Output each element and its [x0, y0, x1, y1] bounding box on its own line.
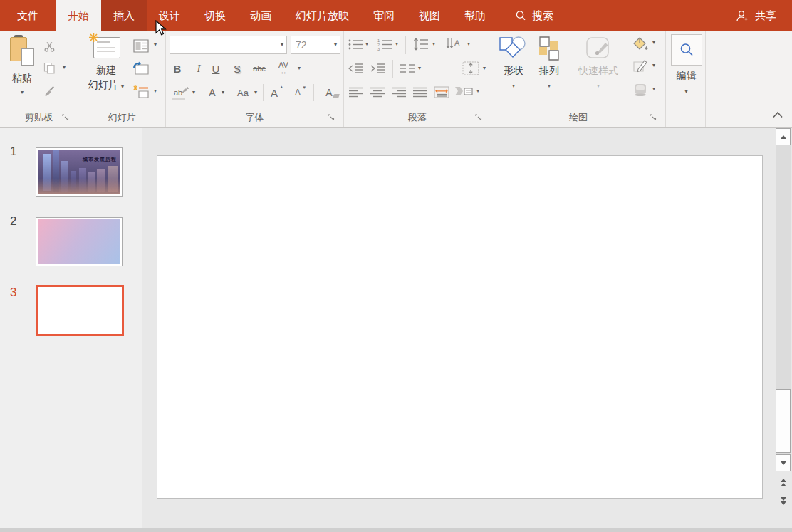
italic-icon: I	[197, 63, 201, 75]
increase-indent-button[interactable]	[369, 60, 387, 77]
tab-home[interactable]: 开始	[56, 0, 101, 31]
clipboard-dialog-launcher[interactable]	[62, 114, 71, 122]
font-size-combobox[interactable]: ▾	[291, 36, 340, 54]
new-slide-dropdown-arrow[interactable]: ▾	[121, 83, 124, 90]
align-right-icon	[392, 87, 407, 98]
reset-slide-button[interactable]	[130, 60, 152, 77]
shape-effects-dropdown-arrow[interactable]: ▾	[652, 86, 655, 92]
collapse-ribbon-button[interactable]	[772, 111, 785, 120]
shape-fill-dropdown-arrow[interactable]: ▾	[652, 40, 655, 46]
scroll-down-button[interactable]	[776, 454, 791, 471]
font-name-combobox[interactable]: ▾	[170, 36, 287, 54]
new-slide-button[interactable]: 新建 幻灯片 ▾	[84, 34, 128, 92]
line-spacing-dropdown-arrow[interactable]: ▾	[432, 41, 435, 47]
current-slide-canvas[interactable]	[157, 155, 763, 499]
font-size-input[interactable]	[291, 36, 334, 53]
layout-button[interactable]	[130, 37, 152, 54]
tab-transitions[interactable]: 切换	[192, 0, 238, 31]
line-spacing-button[interactable]	[412, 36, 430, 53]
distribute-text-button[interactable]	[432, 83, 451, 100]
text-highlight-button[interactable]: ab	[169, 84, 187, 101]
group-paragraph: ▾ 123 ▾ ▾ A ▾ ▾ ▾	[344, 31, 491, 127]
character-spacing-button[interactable]: AV	[273, 60, 294, 77]
edit-dropdown-arrow[interactable]: ▾	[684, 89, 687, 95]
clear-formatting-button[interactable]: A	[320, 84, 338, 101]
scissors-icon	[43, 41, 56, 53]
shape-fill-button[interactable]	[631, 35, 650, 52]
tab-view[interactable]: 视图	[407, 0, 452, 31]
underline-button[interactable]: U	[207, 60, 225, 77]
font-color-button[interactable]: A	[203, 84, 222, 101]
tab-animations[interactable]: 动画	[238, 0, 283, 31]
tab-file[interactable]: 文件	[0, 0, 56, 31]
font-color-dropdown-arrow[interactable]: ▾	[222, 90, 224, 95]
character-spacing-dropdown-arrow[interactable]: ▾	[298, 66, 301, 71]
change-case-dropdown-arrow[interactable]: ▾	[254, 90, 257, 95]
section-dropdown-arrow[interactable]: ▾	[154, 88, 157, 94]
numbering-button[interactable]: 123	[375, 36, 394, 53]
search-control[interactable]: 搜索	[515, 0, 553, 31]
text-direction-dropdown-arrow[interactable]: ▾	[467, 41, 470, 47]
tab-insert[interactable]: 插入	[101, 0, 147, 31]
bullets-button[interactable]	[346, 36, 365, 53]
arrange-dropdown-arrow[interactable]: ▾	[548, 83, 551, 89]
columns-dropdown-arrow[interactable]: ▾	[418, 66, 421, 71]
next-slide-button[interactable]	[776, 493, 791, 508]
tab-design[interactable]: 设计	[147, 0, 192, 31]
paragraph-dialog-launcher[interactable]	[475, 114, 484, 122]
edit-button[interactable]: 编辑 ▾	[670, 34, 702, 95]
shapes-dropdown-arrow[interactable]: ▾	[512, 83, 515, 89]
shape-effects-button[interactable]	[631, 81, 650, 98]
shape-outline-button[interactable]	[631, 58, 650, 75]
bold-button[interactable]: B	[168, 60, 187, 77]
tab-help[interactable]: 帮助	[452, 0, 498, 31]
font-name-input[interactable]	[170, 36, 281, 53]
italic-button[interactable]: I	[189, 60, 208, 77]
slide-1-thumbnail[interactable]: 城市发展历程	[36, 147, 123, 197]
layout-dropdown-arrow[interactable]: ▾	[154, 42, 157, 48]
justify-button[interactable]	[411, 83, 429, 100]
align-text-dropdown-arrow[interactable]: ▾	[483, 66, 486, 71]
tab-slideshow[interactable]: 幻灯片放映	[283, 0, 361, 31]
text-shadow-button[interactable]: S	[228, 60, 246, 77]
bullets-dropdown-arrow[interactable]: ▾	[365, 41, 368, 47]
change-case-button[interactable]: Aa	[232, 84, 254, 101]
increase-font-size-button[interactable]: A	[265, 84, 283, 101]
smartart-dropdown-arrow[interactable]: ▾	[476, 88, 479, 94]
decrease-indent-button[interactable]	[347, 60, 365, 77]
align-left-button[interactable]	[347, 83, 365, 100]
shape-outline-dropdown-arrow[interactable]: ▾	[652, 63, 655, 68]
slide-3-number: 3	[10, 286, 16, 300]
cut-button[interactable]	[40, 38, 58, 55]
align-center-button[interactable]	[368, 83, 387, 100]
scrollbar-thumb[interactable]	[776, 389, 791, 453]
text-highlight-dropdown-arrow[interactable]: ▾	[192, 90, 195, 95]
previous-slide-button[interactable]	[776, 474, 791, 490]
slide-2-thumbnail[interactable]	[36, 217, 123, 266]
font-dialog-launcher[interactable]	[328, 114, 336, 122]
share-button[interactable]: 共享	[719, 0, 792, 31]
columns-button[interactable]	[398, 60, 417, 77]
shapes-button[interactable]: 形状 ▾	[497, 36, 530, 89]
text-direction-button[interactable]: A	[444, 36, 465, 53]
convert-to-smartart-button[interactable]	[453, 83, 474, 100]
copy-button[interactable]	[40, 59, 58, 76]
font-size-dropdown-arrow[interactable]: ▾	[334, 42, 340, 48]
align-text-button[interactable]	[460, 60, 481, 77]
format-painter-button[interactable]	[40, 83, 58, 100]
paste-button[interactable]: 粘贴 ▾	[6, 36, 38, 95]
tab-review[interactable]: 审阅	[361, 0, 407, 31]
numbering-dropdown-arrow[interactable]: ▾	[395, 41, 398, 47]
section-button[interactable]	[130, 83, 152, 100]
arrange-button[interactable]: 排列 ▾	[533, 36, 566, 89]
slide-3-thumbnail-selected[interactable]	[36, 285, 124, 336]
font-name-dropdown-arrow[interactable]: ▾	[281, 42, 286, 48]
drawing-dialog-launcher[interactable]	[650, 114, 658, 122]
align-right-button[interactable]	[390, 83, 408, 100]
quick-styles-button[interactable]: 快速样式 ▾	[567, 36, 630, 89]
paste-dropdown-arrow[interactable]: ▾	[21, 90, 24, 95]
copy-dropdown-arrow[interactable]: ▾	[63, 65, 66, 71]
strikethrough-button[interactable]: abc	[248, 60, 271, 77]
scroll-up-button[interactable]	[776, 128, 791, 145]
decrease-font-size-button[interactable]: A	[288, 84, 307, 101]
